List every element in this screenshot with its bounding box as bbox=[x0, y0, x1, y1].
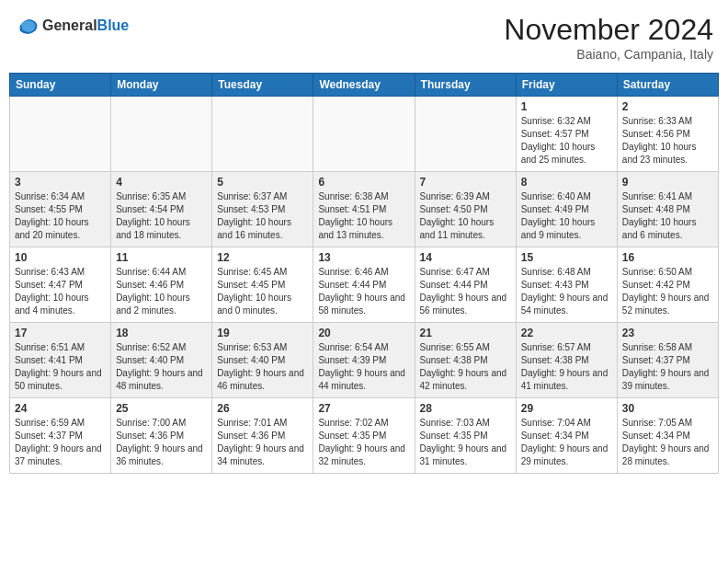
day-info-line: Daylight: 10 hours and 25 minutes. bbox=[521, 142, 596, 165]
day-number: 11 bbox=[116, 251, 207, 264]
day-info: Sunrise: 7:02 AMSunset: 4:35 PMDaylight:… bbox=[318, 417, 409, 468]
day-info: Sunrise: 6:39 AMSunset: 4:50 PMDaylight:… bbox=[420, 190, 511, 242]
day-number: 27 bbox=[318, 402, 409, 415]
day-number: 24 bbox=[15, 402, 106, 415]
day-number: 22 bbox=[521, 327, 612, 339]
day-number: 20 bbox=[318, 327, 409, 339]
day-info-line: Sunset: 4:36 PM bbox=[217, 431, 285, 441]
day-info-line: Sunrise: 6:43 AM bbox=[15, 267, 85, 277]
day-info: Sunrise: 6:45 AMSunset: 4:45 PMDaylight:… bbox=[217, 266, 308, 317]
day-info-line: Sunset: 4:37 PM bbox=[15, 431, 83, 441]
title-block: November 2024 Baiano, Campania, Italy bbox=[504, 13, 713, 62]
day-number: 5 bbox=[217, 176, 308, 189]
day-info-line: Sunrise: 6:34 AM bbox=[15, 191, 85, 201]
weekday-header-row: SundayMondayTuesdayWednesdayThursdayFrid… bbox=[10, 74, 719, 97]
calendar-day: 16Sunrise: 6:50 AMSunset: 4:42 PMDayligh… bbox=[617, 247, 718, 323]
day-info-line: Daylight: 9 hours and 44 minutes. bbox=[318, 368, 405, 391]
day-number: 12 bbox=[217, 251, 308, 264]
day-info-line: Sunrise: 7:02 AM bbox=[318, 418, 388, 428]
day-info-line: Sunset: 4:35 PM bbox=[420, 431, 488, 441]
calendar-day: 23Sunrise: 6:58 AMSunset: 4:37 PMDayligh… bbox=[617, 323, 718, 398]
day-info-line: Sunset: 4:47 PM bbox=[15, 280, 83, 290]
day-info-line: Sunrise: 7:04 AM bbox=[521, 418, 591, 428]
day-number: 1 bbox=[521, 100, 612, 113]
day-info-line: Daylight: 10 hours and 18 minutes. bbox=[116, 217, 190, 240]
day-info-line: Daylight: 9 hours and 50 minutes. bbox=[15, 368, 102, 391]
calendar-day: 4Sunrise: 6:35 AMSunset: 4:54 PMDaylight… bbox=[111, 172, 212, 247]
day-number: 9 bbox=[622, 176, 713, 189]
day-info: Sunrise: 6:59 AMSunset: 4:37 PMDaylight:… bbox=[15, 417, 106, 468]
day-info-line: Sunset: 4:45 PM bbox=[217, 280, 285, 290]
day-info: Sunrise: 6:58 AMSunset: 4:37 PMDaylight:… bbox=[622, 341, 713, 393]
day-info-line: Sunset: 4:56 PM bbox=[622, 129, 690, 139]
calendar-day: 28Sunrise: 7:03 AMSunset: 4:35 PMDayligh… bbox=[415, 398, 516, 474]
day-info-line: Sunrise: 6:37 AM bbox=[217, 191, 287, 201]
day-info-line: Daylight: 10 hours and 9 minutes. bbox=[521, 217, 596, 240]
day-info-line: Sunrise: 6:45 AM bbox=[217, 267, 287, 277]
calendar-day: 13Sunrise: 6:46 AMSunset: 4:44 PMDayligh… bbox=[313, 247, 415, 323]
day-number: 2 bbox=[622, 100, 713, 113]
calendar-day bbox=[111, 97, 212, 172]
day-info-line: Sunset: 4:39 PM bbox=[318, 355, 386, 365]
day-info-line: Daylight: 9 hours and 41 minutes. bbox=[521, 368, 609, 391]
day-info-line: Daylight: 9 hours and 56 minutes. bbox=[420, 293, 507, 316]
day-info-line: Daylight: 9 hours and 58 minutes. bbox=[318, 293, 405, 316]
day-info-line: Daylight: 10 hours and 13 minutes. bbox=[318, 217, 392, 240]
day-info-line: Sunrise: 6:39 AM bbox=[420, 191, 490, 201]
day-info-line: Sunrise: 6:54 AM bbox=[318, 342, 388, 352]
day-info: Sunrise: 6:41 AMSunset: 4:48 PMDaylight:… bbox=[622, 190, 713, 242]
day-info-line: Sunrise: 7:05 AM bbox=[622, 418, 692, 428]
day-info-line: Daylight: 9 hours and 37 minutes. bbox=[15, 443, 102, 466]
day-info-line: Daylight: 10 hours and 0 minutes. bbox=[217, 293, 291, 316]
day-info-line: Sunrise: 7:00 AM bbox=[116, 418, 186, 428]
day-info-line: Sunrise: 7:01 AM bbox=[217, 418, 287, 428]
calendar-table: SundayMondayTuesdayWednesdayThursdayFrid… bbox=[9, 73, 719, 474]
day-info-line: Sunrise: 6:48 AM bbox=[521, 267, 591, 277]
day-info: Sunrise: 6:38 AMSunset: 4:51 PMDaylight:… bbox=[318, 190, 409, 242]
day-number: 6 bbox=[318, 176, 409, 189]
day-info-line: Sunset: 4:36 PM bbox=[116, 431, 184, 441]
day-info: Sunrise: 6:43 AMSunset: 4:47 PMDaylight:… bbox=[15, 266, 106, 317]
day-info: Sunrise: 7:03 AMSunset: 4:35 PMDaylight:… bbox=[420, 417, 511, 468]
day-info-line: Sunrise: 6:44 AM bbox=[116, 267, 186, 277]
calendar-day: 10Sunrise: 6:43 AMSunset: 4:47 PMDayligh… bbox=[10, 247, 111, 323]
day-info-line: Daylight: 9 hours and 54 minutes. bbox=[521, 293, 609, 316]
calendar-day: 20Sunrise: 6:54 AMSunset: 4:39 PMDayligh… bbox=[313, 323, 415, 398]
logo-blue: Blue bbox=[97, 17, 130, 33]
day-number: 26 bbox=[217, 402, 308, 415]
day-info-line: Sunrise: 6:35 AM bbox=[116, 191, 186, 201]
calendar-day: 27Sunrise: 7:02 AMSunset: 4:35 PMDayligh… bbox=[313, 398, 415, 474]
day-number: 8 bbox=[521, 176, 612, 189]
day-info-line: Sunrise: 6:55 AM bbox=[420, 342, 490, 352]
weekday-header-tuesday: Tuesday bbox=[212, 74, 313, 97]
calendar-day bbox=[212, 97, 313, 172]
location-subtitle: Baiano, Campania, Italy bbox=[504, 47, 713, 62]
day-info-line: Sunrise: 6:51 AM bbox=[15, 342, 85, 352]
calendar-day: 11Sunrise: 6:44 AMSunset: 4:46 PMDayligh… bbox=[111, 247, 212, 323]
day-info-line: Sunrise: 6:58 AM bbox=[622, 342, 692, 352]
day-info-line: Daylight: 9 hours and 34 minutes. bbox=[217, 443, 304, 466]
weekday-header-wednesday: Wednesday bbox=[313, 74, 415, 97]
day-info-line: Daylight: 9 hours and 32 minutes. bbox=[318, 443, 405, 466]
month-title: November 2024 bbox=[504, 13, 713, 47]
day-info-line: Sunset: 4:34 PM bbox=[622, 431, 690, 441]
day-info: Sunrise: 6:51 AMSunset: 4:41 PMDaylight:… bbox=[15, 341, 106, 393]
logo-text-block: GeneralBlue bbox=[42, 17, 129, 34]
day-number: 28 bbox=[420, 402, 511, 415]
day-number: 3 bbox=[15, 176, 106, 189]
day-info: Sunrise: 6:48 AMSunset: 4:43 PMDaylight:… bbox=[521, 266, 612, 317]
logo-icon bbox=[15, 13, 40, 39]
calendar-day: 22Sunrise: 6:57 AMSunset: 4:38 PMDayligh… bbox=[516, 323, 617, 398]
calendar-day: 9Sunrise: 6:41 AMSunset: 4:48 PMDaylight… bbox=[617, 172, 718, 247]
day-info-line: Sunset: 4:49 PM bbox=[521, 204, 589, 214]
day-info-line: Sunset: 4:50 PM bbox=[420, 204, 488, 214]
day-info-line: Sunrise: 6:52 AM bbox=[116, 342, 186, 352]
day-info-line: Sunset: 4:54 PM bbox=[116, 204, 184, 214]
weekday-header-saturday: Saturday bbox=[617, 74, 718, 97]
day-info: Sunrise: 6:34 AMSunset: 4:55 PMDaylight:… bbox=[15, 190, 106, 242]
day-info: Sunrise: 6:37 AMSunset: 4:53 PMDaylight:… bbox=[217, 190, 308, 242]
calendar-day: 30Sunrise: 7:05 AMSunset: 4:34 PMDayligh… bbox=[617, 398, 718, 474]
calendar-day: 8Sunrise: 6:40 AMSunset: 4:49 PMDaylight… bbox=[516, 172, 617, 247]
day-info-line: Daylight: 9 hours and 31 minutes. bbox=[420, 443, 507, 466]
weekday-header-thursday: Thursday bbox=[415, 74, 516, 97]
